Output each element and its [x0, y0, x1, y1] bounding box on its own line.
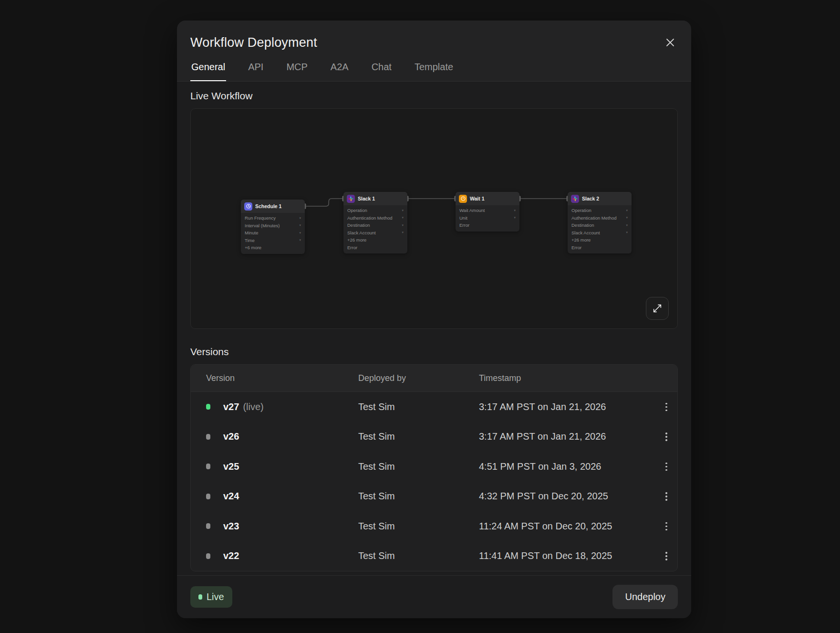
- node-field: Slack Account▾: [568, 229, 632, 237]
- version-label: v25: [223, 461, 358, 472]
- version-number: v25: [223, 461, 239, 472]
- modal-header: Workflow Deployment GeneralAPIMCPA2AChat…: [177, 21, 691, 82]
- node-field: Error: [343, 244, 407, 252]
- version-number: v27: [223, 401, 239, 412]
- node-title: Slack 2: [582, 196, 599, 201]
- slack-icon: [347, 195, 355, 203]
- table-row-v26: v26Test Sim3:17 AM PST on Jan 21, 2026: [191, 422, 677, 452]
- close-button[interactable]: [663, 35, 678, 50]
- chevron-down-icon: ▾: [299, 231, 301, 235]
- node-field: Run Frequency▾: [241, 214, 305, 222]
- version-number: v22: [223, 550, 239, 561]
- timer-icon: [459, 195, 467, 203]
- version-live-suffix: (live): [243, 401, 263, 412]
- node-title: Wait 1: [470, 196, 485, 201]
- expand-button[interactable]: [646, 297, 669, 320]
- node-field-label: +26 more: [571, 237, 591, 243]
- row-menu-button[interactable]: [655, 519, 677, 534]
- column-header-version: Version: [206, 373, 358, 383]
- row-menu-button[interactable]: [655, 489, 677, 504]
- node-field: Time▾: [241, 237, 305, 244]
- chevron-down-icon: ▾: [626, 209, 628, 212]
- row-menu-button[interactable]: [655, 460, 677, 474]
- chevron-down-icon: ▾: [626, 231, 628, 234]
- deployed-by-cell: Test Sim: [358, 491, 479, 502]
- chevron-down-icon: ▾: [299, 216, 301, 220]
- node-field: Authentication Method▾: [568, 214, 632, 222]
- version-number: v23: [223, 521, 239, 531]
- workflow-deployment-modal: Workflow Deployment GeneralAPIMCPA2AChat…: [177, 21, 691, 618]
- timestamp-cell: 4:51 PM PST on Jan 3, 2026: [479, 461, 655, 472]
- versions-table: Version Deployed by Timestamp v27(live)T…: [190, 364, 678, 571]
- node-field-label: Interval (Minutes): [245, 223, 280, 228]
- node-field: Error: [456, 222, 519, 229]
- tab-chat[interactable]: Chat: [371, 62, 393, 81]
- versions-table-header: Version Deployed by Timestamp: [191, 365, 677, 392]
- workflow-node-slack-2[interactable]: Slack 2Operation▾Authentication Method▾D…: [568, 192, 632, 253]
- node-field-label: Operation: [571, 208, 591, 213]
- chevron-down-icon: ▾: [402, 216, 404, 220]
- node-field: Unit▾: [456, 214, 519, 222]
- version-label: v24: [223, 491, 358, 502]
- version-live-dot-icon: [206, 404, 210, 410]
- version-dot-icon: [206, 553, 210, 559]
- chevron-down-icon: ▾: [299, 223, 301, 227]
- version-label: v26: [223, 431, 358, 442]
- node-field: Slack Account▾: [343, 229, 407, 237]
- undeploy-button[interactable]: Undeploy: [612, 585, 678, 609]
- tab-api[interactable]: API: [247, 62, 264, 81]
- node-field-label: Wait Amount: [459, 208, 485, 213]
- deployed-by-cell: Test Sim: [358, 550, 479, 561]
- version-dot-icon: [206, 523, 210, 529]
- live-workflow-heading: Live Workflow: [190, 90, 678, 102]
- node-field: Authentication Method▾: [343, 214, 407, 222]
- table-row-v24: v24Test Sim4:32 PM PST on Dec 20, 2025: [191, 482, 677, 512]
- tab-general[interactable]: General: [190, 62, 226, 81]
- workflow-node-schedule-1[interactable]: Schedule 1Run Frequency▾Interval (Minute…: [241, 200, 305, 254]
- timestamp-cell: 3:17 AM PST on Jan 21, 2026: [479, 431, 655, 442]
- node-field-label: +6 more: [245, 245, 261, 250]
- node-header: Schedule 1: [241, 200, 305, 213]
- versions-table-body: v27(live)Test Sim3:17 AM PST on Jan 21, …: [191, 392, 677, 571]
- chevron-down-icon: ▾: [626, 216, 628, 220]
- deployed-by-cell: Test Sim: [358, 521, 479, 532]
- node-field-label: Destination: [571, 222, 594, 228]
- tab-template[interactable]: Template: [414, 62, 454, 81]
- workflow-node-slack-1[interactable]: Slack 1Operation▾Authentication Method▾D…: [343, 192, 407, 253]
- tab-mcp[interactable]: MCP: [285, 62, 308, 81]
- node-title: Schedule 1: [255, 203, 281, 209]
- chevron-down-icon: ▾: [299, 238, 301, 242]
- chevron-down-icon: ▾: [402, 231, 404, 234]
- table-row-v23: v23Test Sim11:24 AM PST on Dec 20, 2025: [191, 511, 677, 541]
- deployed-by-cell: Test Sim: [358, 401, 479, 412]
- node-field: Wait Amount▾: [456, 207, 519, 214]
- node-field-label: Operation: [347, 208, 367, 213]
- chevron-down-icon: ▾: [402, 223, 404, 227]
- modal-title: Workflow Deployment: [190, 35, 317, 50]
- timestamp-cell: 11:24 AM PST on Dec 20, 2025: [479, 521, 655, 532]
- version-label: v22: [223, 550, 358, 561]
- row-menu-button[interactable]: [655, 549, 677, 563]
- node-field-label: Minute: [245, 230, 259, 235]
- node-field: Destination▾: [568, 222, 632, 229]
- node-title: Slack 1: [358, 196, 375, 201]
- chevron-down-icon: ▾: [514, 216, 516, 220]
- node-field-label: Error: [459, 222, 469, 228]
- node-field-label: Time: [245, 238, 255, 243]
- workflow-preview-canvas[interactable]: Schedule 1Run Frequency▾Interval (Minute…: [190, 108, 678, 329]
- close-icon: [664, 37, 676, 48]
- workflow-node-wait-1[interactable]: Wait 1Wait Amount▾Unit▾Error: [456, 192, 519, 232]
- timestamp-cell: 4:32 PM PST on Dec 20, 2025: [479, 491, 655, 502]
- row-menu-button[interactable]: [655, 430, 677, 444]
- row-menu-button[interactable]: [655, 400, 677, 414]
- version-number: v24: [223, 491, 239, 501]
- node-field: +6 more: [241, 244, 305, 252]
- chevron-down-icon: ▾: [626, 223, 628, 227]
- node-field-label: +26 more: [347, 237, 366, 243]
- chevron-down-icon: ▾: [402, 209, 404, 212]
- live-status-dot-icon: [198, 594, 202, 600]
- node-field-label: Destination: [347, 222, 370, 228]
- clock-icon: [244, 202, 252, 211]
- tab-a2a[interactable]: A2A: [330, 62, 350, 81]
- slack-icon: [571, 195, 579, 203]
